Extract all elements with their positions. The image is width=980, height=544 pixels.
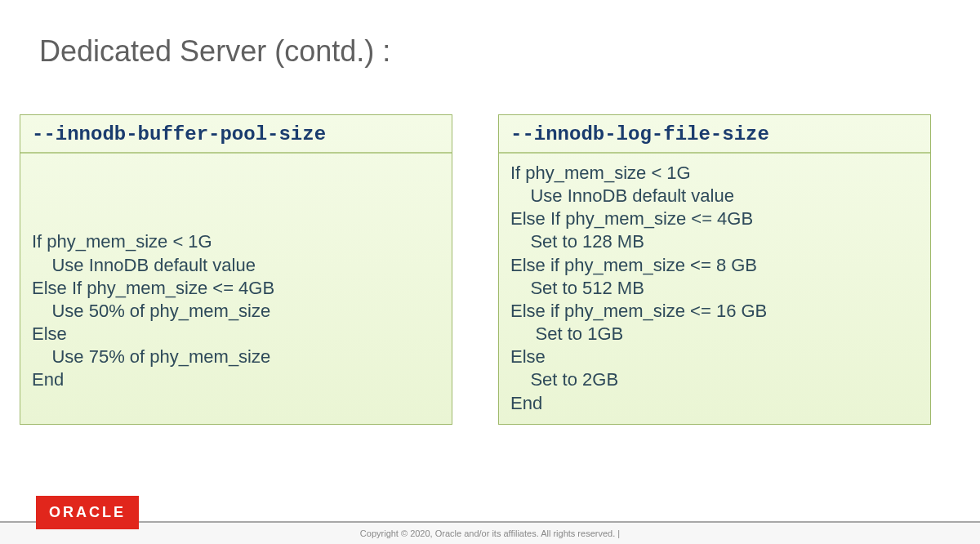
divider (499, 152, 930, 154)
slide: Dedicated Server (contd.) : --innodb-buf… (0, 0, 980, 544)
code-box-log-file: --innodb-log-file-size If phy_mem_size <… (498, 114, 931, 425)
oracle-logo: ORACLE (36, 496, 139, 529)
copyright-line: Copyright © 2020, Oracle and/or its affi… (0, 521, 980, 544)
pseudocode-right: If phy_mem_size < 1G Use InnoDB default … (510, 162, 919, 415)
code-box-buffer-pool: --innodb-buffer-pool-size If phy_mem_siz… (20, 114, 452, 425)
footer: Copyright © 2020, Oracle and/or its affi… (0, 505, 980, 544)
divider (20, 152, 452, 154)
option-name-left: --innodb-buffer-pool-size (32, 123, 440, 145)
option-name-right: --innodb-log-file-size (510, 123, 919, 145)
pseudocode-left: If phy_mem_size < 1G Use InnoDB default … (32, 162, 440, 392)
slide-title: Dedicated Server (contd.) : (39, 34, 390, 69)
